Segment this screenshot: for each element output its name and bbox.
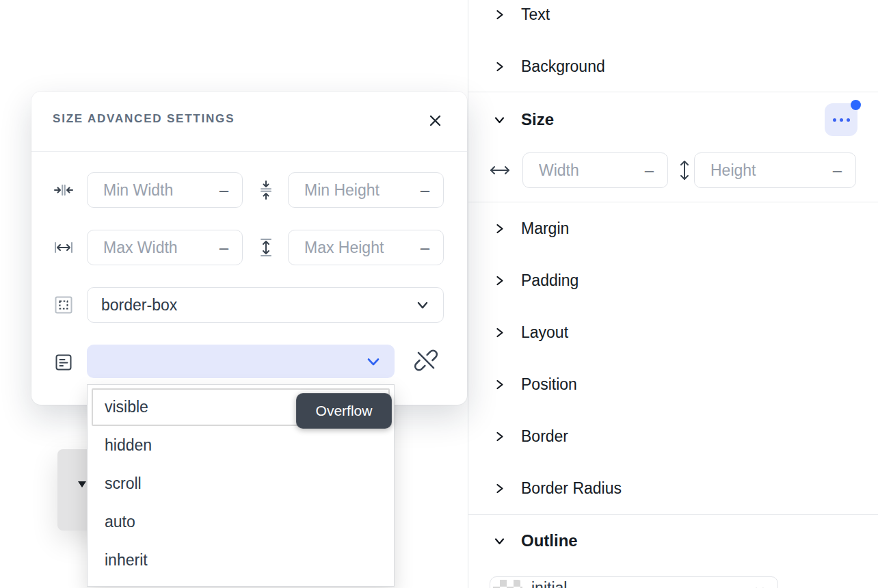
section-outline[interactable]: Outline bbox=[494, 526, 578, 556]
width-field: – bbox=[522, 152, 668, 188]
max-width-field: – bbox=[87, 230, 243, 265]
style-editor-screen: Text Background Size – bbox=[0, 0, 878, 588]
divider bbox=[468, 202, 878, 202]
divider bbox=[468, 92, 878, 92]
style-inspector-panel: Text Background Size – bbox=[468, 0, 878, 588]
section-label: Border bbox=[521, 427, 568, 446]
section-padding[interactable]: Padding bbox=[494, 265, 578, 295]
width-arrow-icon bbox=[488, 163, 511, 177]
min-height-input[interactable] bbox=[289, 173, 443, 207]
modal-title: SIZE ADVANCED SETTINGS bbox=[53, 112, 235, 126]
outline-value-dropdown[interactable]: initial bbox=[490, 576, 778, 588]
width-input[interactable] bbox=[523, 153, 667, 187]
close-button[interactable] bbox=[425, 111, 444, 130]
min-height-field: – bbox=[288, 172, 444, 208]
option-hidden[interactable]: hidden bbox=[88, 426, 394, 464]
size-more-options-button[interactable] bbox=[825, 103, 857, 136]
divider bbox=[468, 514, 878, 515]
box-sizing-value: border-box bbox=[88, 296, 177, 315]
section-label: Padding bbox=[521, 271, 578, 290]
section-background[interactable]: Background bbox=[494, 51, 605, 81]
section-label: Margin bbox=[521, 219, 569, 238]
height-arrow-icon bbox=[678, 159, 691, 182]
overflow-icon bbox=[53, 352, 74, 373]
section-border[interactable]: Border bbox=[494, 421, 568, 451]
min-width-input[interactable] bbox=[88, 173, 242, 207]
notification-dot-badge bbox=[851, 100, 861, 110]
box-sizing-icon bbox=[53, 295, 74, 315]
chevron-right-icon bbox=[494, 483, 505, 494]
section-label: Border Radius bbox=[521, 479, 622, 498]
chevron-right-icon bbox=[494, 224, 505, 234]
chevron-right-icon bbox=[494, 276, 505, 286]
section-border-radius[interactable]: Border Radius bbox=[494, 473, 622, 503]
caret-down-icon bbox=[78, 481, 86, 487]
section-label: Size bbox=[521, 110, 554, 129]
overflow-select[interactable] bbox=[87, 345, 395, 378]
min-width-icon bbox=[53, 180, 74, 200]
chevron-down-icon bbox=[415, 297, 430, 312]
option-inherit[interactable]: inherit bbox=[88, 541, 394, 579]
chevron-right-icon bbox=[494, 328, 505, 338]
section-label: Outline bbox=[521, 531, 578, 550]
height-input[interactable] bbox=[695, 153, 855, 187]
option-scroll[interactable]: scroll bbox=[88, 464, 394, 503]
chevron-down-icon bbox=[494, 536, 505, 546]
section-label: Text bbox=[521, 5, 550, 24]
section-size[interactable]: Size bbox=[494, 105, 554, 135]
section-margin[interactable]: Margin bbox=[494, 213, 569, 243]
unlink-icon bbox=[412, 347, 440, 374]
max-height-field: – bbox=[288, 230, 444, 265]
max-height-input[interactable] bbox=[289, 230, 443, 265]
divider bbox=[31, 151, 467, 152]
chevron-down-icon bbox=[754, 585, 765, 588]
option-auto[interactable]: auto bbox=[88, 503, 394, 541]
transparency-swatch bbox=[493, 580, 522, 588]
chevron-right-icon bbox=[494, 62, 505, 72]
ellipsis-icon bbox=[833, 118, 836, 122]
section-label: Background bbox=[521, 57, 605, 76]
section-text[interactable]: Text bbox=[494, 0, 550, 29]
min-height-icon bbox=[256, 180, 276, 200]
size-advanced-settings-modal: SIZE ADVANCED SETTINGS – bbox=[31, 92, 467, 405]
chevron-right-icon bbox=[494, 431, 505, 442]
chevron-right-icon bbox=[494, 10, 505, 20]
max-height-icon bbox=[256, 237, 276, 258]
box-sizing-select[interactable]: border-box bbox=[87, 287, 444, 323]
close-icon bbox=[428, 113, 442, 128]
max-width-icon bbox=[53, 237, 74, 258]
max-width-input[interactable] bbox=[88, 230, 242, 265]
unlink-button[interactable] bbox=[411, 345, 441, 375]
chevron-down-icon bbox=[365, 353, 382, 370]
section-label: Layout bbox=[521, 323, 568, 342]
height-field: – bbox=[694, 152, 856, 188]
outline-value: initial bbox=[531, 579, 567, 588]
chevron-right-icon bbox=[494, 379, 505, 390]
chevron-down-icon bbox=[494, 115, 505, 125]
section-label: Position bbox=[521, 375, 577, 394]
section-position[interactable]: Position bbox=[494, 369, 577, 399]
min-width-field: – bbox=[87, 172, 243, 208]
overflow-tooltip: Overflow bbox=[296, 393, 392, 429]
section-layout[interactable]: Layout bbox=[494, 317, 568, 347]
